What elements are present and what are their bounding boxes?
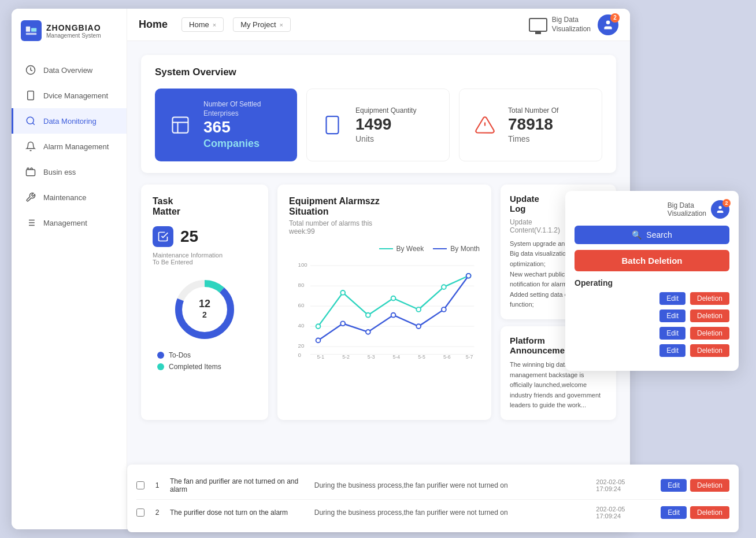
delete-button-4[interactable]: Deletion	[690, 344, 729, 357]
monitor-icon	[529, 18, 547, 32]
alarm-subtitle: Total number of alarms thisweek:99	[289, 219, 480, 235]
row-checkbox-1[interactable]	[136, 481, 144, 489]
total-unit: Times	[508, 134, 558, 143]
sidebar-item-management[interactable]: Management	[12, 210, 127, 235]
tab-project-close-icon[interactable]: ×	[280, 21, 283, 28]
topbar: Home Home × My Project × Big DataVisuali…	[127, 9, 630, 41]
total-icon	[471, 111, 499, 139]
companies-icon	[166, 111, 194, 139]
overview-cards: Number Of Settled Enterprises 365 Compan…	[155, 89, 602, 161]
legend-week: By Week	[379, 245, 424, 253]
topbar-right: Big DataVisualization 2	[529, 14, 618, 35]
alarm-card: Equipment AlarmszzSituation Total number…	[277, 185, 491, 420]
tab-home[interactable]: Home ×	[181, 17, 224, 32]
search-icon: 🔍	[632, 230, 642, 239]
row-num-2: 2	[151, 508, 163, 517]
svg-point-47	[316, 324, 321, 329]
overlay-badge: 2	[722, 199, 731, 207]
svg-point-51	[416, 307, 421, 312]
row-time-2: 202-02-0517:09:24	[596, 506, 654, 519]
bigdata-visualization-btn[interactable]: Big DataVisualization	[529, 16, 591, 34]
week-line	[379, 248, 393, 249]
logo-icon	[21, 20, 42, 41]
alarm-title: Equipment AlarmszzSituation	[289, 196, 480, 217]
svg-point-50	[391, 296, 396, 301]
row-alarm-2: The purifier dose not turn on the alarm	[170, 508, 307, 517]
row-checkbox-2[interactable]	[136, 508, 144, 517]
tab-my-project[interactable]: My Project ×	[233, 17, 291, 32]
svg-rect-8	[27, 169, 35, 176]
svg-point-56	[366, 330, 370, 334]
companies-value: 365	[203, 119, 261, 137]
delete-button-1[interactable]: Deletion	[690, 292, 729, 305]
sidebar-nav: Data Overview Dvice Management Data Moni…	[12, 53, 127, 529]
overlay-row-3: Edit Deletion	[575, 327, 729, 340]
alarm-icon	[25, 141, 36, 152]
svg-line-7	[32, 123, 34, 124]
delete-button-2[interactable]: Deletion	[690, 309, 729, 322]
bigdata-label: Big DataVisualization	[552, 16, 591, 34]
task-title: TaskMatter	[153, 196, 257, 217]
svg-point-49	[366, 313, 370, 318]
svg-point-57	[391, 313, 396, 318]
table-edit-btn-2[interactable]: Edit	[661, 506, 687, 519]
edit-button-2[interactable]: Edit	[659, 309, 685, 322]
business-icon	[25, 166, 36, 178]
legend-todos: To-Dos	[157, 351, 252, 359]
svg-point-52	[442, 285, 446, 289]
table-row: 2 The purifier dose not turn on the alar…	[136, 500, 729, 525]
todos-dot	[157, 352, 164, 359]
logo-area: ZHONGBIAO Management System	[12, 9, 127, 53]
week-label: By Week	[396, 245, 424, 253]
sidebar-item-label: Dvice Management	[43, 91, 108, 100]
table-delete-btn-1[interactable]: Deletion	[690, 479, 729, 492]
table-row: 1 The fan and purifier are not turned on…	[136, 471, 729, 500]
svg-rect-0	[26, 27, 30, 32]
sidebar-item-business[interactable]: Busin ess	[12, 159, 127, 185]
sidebar-item-data-overview[interactable]: Data Overview	[12, 57, 127, 83]
edit-button-1[interactable]: Edit	[659, 292, 685, 305]
equipment-label: Equipment Quantity	[355, 106, 416, 115]
management-icon	[25, 217, 36, 229]
svg-rect-1	[31, 28, 36, 31]
donut-chart-wrap: 12 2 To-Dos Completed Items	[153, 275, 257, 371]
svg-text:5-1: 5-1	[317, 354, 325, 360]
svg-text:2: 2	[202, 310, 207, 319]
sidebar-item-maintenance[interactable]: Maintenance	[12, 185, 127, 210]
delete-button-3[interactable]: Deletion	[690, 327, 729, 340]
svg-text:5-2: 5-2	[342, 354, 350, 360]
edit-button-3[interactable]: Edit	[659, 327, 685, 340]
sidebar-item-data-monitoring[interactable]: Data Monitoring	[12, 108, 127, 134]
batch-deletion-button[interactable]: Batch Deletion	[575, 250, 729, 271]
sidebar-item-label: Data Overview	[43, 66, 92, 75]
monitoring-icon	[25, 115, 36, 127]
equipment-unit: Units	[355, 134, 416, 143]
logo-text: ZHONGBIAO Management System	[46, 23, 101, 39]
overlay-avatar[interactable]: 2	[711, 200, 729, 219]
donut-legend: To-Dos Completed Items	[153, 351, 257, 371]
tab-home-close-icon[interactable]: ×	[213, 21, 216, 28]
todos-label: To-Dos	[169, 351, 191, 359]
chart-icon	[25, 64, 36, 76]
equipment-card: Equipment Quantity 1499 Units	[306, 89, 450, 161]
user-avatar[interactable]: 2	[598, 14, 618, 35]
companies-card: Number Of Settled Enterprises 365 Compan…	[155, 89, 297, 161]
svg-rect-2	[26, 33, 36, 35]
completed-label: Completed Items	[169, 363, 221, 371]
svg-text:80: 80	[298, 282, 305, 288]
bottom-row: TaskMatter 25 Maintenance InformationTo …	[141, 185, 616, 420]
edit-button-4[interactable]: Edit	[659, 344, 685, 357]
sidebar-item-device-management[interactable]: Dvice Management	[12, 83, 127, 108]
sidebar-item-label: Maintenance	[43, 193, 86, 202]
row-desc-2: During the business process,the fan puri…	[314, 508, 590, 517]
svg-point-48	[340, 290, 345, 295]
sidebar-item-alarm-management[interactable]: Alarm Management	[12, 134, 127, 159]
table-delete-btn-2[interactable]: Deletion	[690, 506, 729, 519]
search-button[interactable]: 🔍 Search	[575, 226, 729, 244]
task-count-row: 25	[153, 226, 257, 247]
svg-rect-4	[28, 91, 34, 100]
donut-chart: 12 2	[170, 275, 239, 344]
table-edit-btn-1[interactable]: Edit	[661, 479, 687, 492]
equipment-icon	[318, 111, 346, 139]
row-desc-1: During the business process,the fan puri…	[314, 481, 590, 489]
